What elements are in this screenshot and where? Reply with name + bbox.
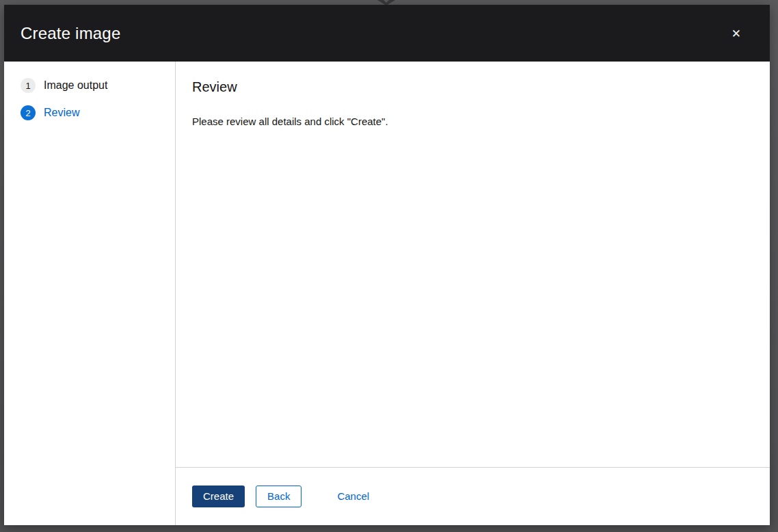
wizard-step-image-output[interactable]: 1 Image output	[21, 78, 107, 93]
modal-header: Create image ✕	[4, 5, 770, 62]
cancel-button[interactable]: Cancel	[337, 486, 369, 507]
review-heading: Review	[192, 79, 753, 95]
back-button[interactable]: Back	[256, 486, 301, 507]
review-description: Please review all details and click "Cre…	[192, 116, 753, 127]
close-icon: ✕	[732, 26, 741, 40]
step-1-label: Image output	[44, 79, 107, 92]
step-2-label: Review	[44, 107, 79, 119]
wizard-step-nav: 1 Image output 2 Review	[4, 62, 176, 525]
wizard-step-review[interactable]: 2 Review	[21, 105, 79, 120]
wizard-footer: Create Back Cancel	[176, 467, 770, 525]
create-button[interactable]: Create	[192, 486, 245, 507]
step-1-number-badge: 1	[21, 78, 36, 93]
modal-title: Create image	[21, 24, 120, 43]
modal-body: 1 Image output 2 Review Review Please re…	[4, 62, 770, 525]
close-button[interactable]: ✕	[727, 23, 745, 43]
content-panel: Review Please review all details and cli…	[176, 62, 770, 525]
review-step-content: Review Please review all details and cli…	[176, 62, 770, 467]
create-image-modal: Create image ✕ 1 Image output 2 Review R…	[4, 5, 770, 525]
step-2-number-badge: 2	[21, 105, 36, 120]
